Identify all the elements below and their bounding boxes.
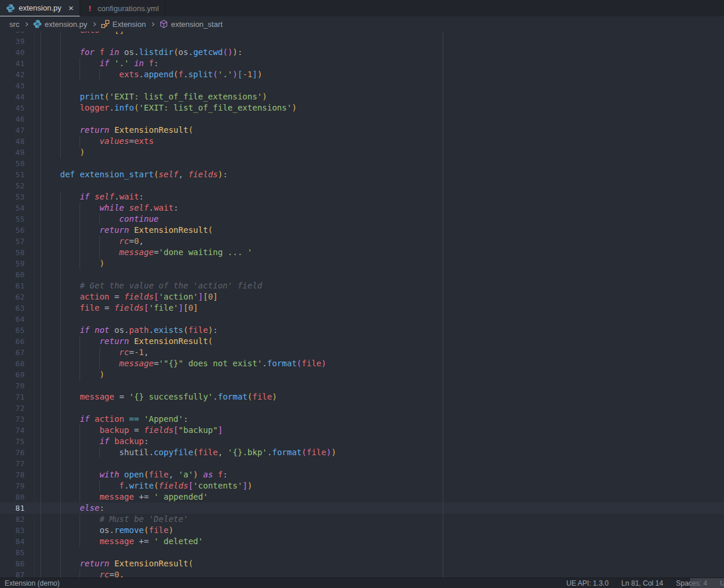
line-number[interactable]: 61 <box>0 280 32 291</box>
line-number[interactable]: 52 <box>0 180 32 191</box>
code-line[interactable]: 67 rc=-1, <box>0 347 724 358</box>
line-number[interactable]: 58 <box>0 247 32 258</box>
code-line[interactable]: 79 f.write(fields['contents']) <box>0 480 724 491</box>
code-line[interactable]: 74 backup = fields["backup"] <box>0 425 724 436</box>
line-number[interactable]: 46 <box>0 114 32 125</box>
code-line[interactable]: 52 <box>0 180 724 191</box>
line-number[interactable]: 63 <box>0 302 32 314</box>
code-editor[interactable]: 38 exts = []3940 for f in os.listdir(os.… <box>0 32 724 577</box>
line-number[interactable]: 78 <box>0 469 32 480</box>
line-number[interactable]: 44 <box>0 91 32 102</box>
code-line[interactable]: 73 if action == 'Append': <box>0 414 724 425</box>
line-number[interactable]: 83 <box>0 525 32 536</box>
close-tab-icon[interactable]: × <box>68 4 74 12</box>
tab-configurations-yml[interactable]: ! configurations.yml <box>80 0 166 16</box>
line-number[interactable]: 84 <box>0 536 32 547</box>
code-line[interactable]: 42 exts.append(f.split('.')[-1]) <box>0 69 724 80</box>
code-line[interactable]: 70 <box>0 380 724 391</box>
code-line[interactable]: 47 return ExtensionResult( <box>0 125 724 136</box>
code-line[interactable]: 54 while self.wait: <box>0 202 724 214</box>
line-number[interactable]: 53 <box>0 191 32 202</box>
line-number[interactable]: 54 <box>0 202 32 214</box>
code-line[interactable]: 61 # Get the value of the 'action' field <box>0 280 724 291</box>
code-line[interactable]: 65 if not os.path.exists(file): <box>0 325 724 336</box>
code-line[interactable]: 53 if self.wait: <box>0 191 724 202</box>
code-line[interactable]: 50 <box>0 158 724 169</box>
line-number[interactable]: 57 <box>0 236 32 247</box>
code-line[interactable]: 84 message += ' deleted' <box>0 536 724 547</box>
line-number[interactable]: 80 <box>0 491 32 503</box>
status-extension-mode[interactable]: Extension (demo) <box>5 579 60 587</box>
code-line[interactable]: 78 with open(file, 'a') as f: <box>0 469 724 480</box>
code-line[interactable]: 71 message = '{} successfully'.format(fi… <box>0 391 724 403</box>
line-number[interactable]: 86 <box>0 558 32 569</box>
line-number[interactable]: 50 <box>0 158 32 169</box>
line-number[interactable]: 79 <box>0 480 32 491</box>
code-line[interactable]: 51 def extension_start(self, fields): <box>0 169 724 180</box>
line-number[interactable]: 47 <box>0 125 32 136</box>
code-line[interactable]: 82 # Must be 'Delete' <box>0 514 724 525</box>
breadcrumb-item-file[interactable]: extension.py <box>33 19 87 29</box>
code-line[interactable]: 75 if backup: <box>0 436 724 447</box>
line-number[interactable]: 49 <box>0 147 32 158</box>
line-number[interactable]: 65 <box>0 325 32 336</box>
code-line[interactable]: 48 values=exts <box>0 136 724 147</box>
code-line[interactable]: 62 action = fields['action'][0] <box>0 291 724 302</box>
code-line[interactable]: 58 message='done waiting ... ' <box>0 247 724 258</box>
breadcrumb-item-src[interactable]: src <box>9 20 19 29</box>
line-number[interactable]: 45 <box>0 102 32 114</box>
line-number[interactable]: 74 <box>0 425 32 436</box>
line-number[interactable]: 73 <box>0 414 32 425</box>
line-number[interactable]: 38 <box>0 32 32 36</box>
code-line[interactable]: 81 else: <box>0 503 724 514</box>
code-line[interactable]: 46 <box>0 114 724 125</box>
code-line[interactable]: 68 message='"{}" does not exist'.format(… <box>0 358 724 369</box>
line-number[interactable]: 39 <box>0 36 32 47</box>
line-number[interactable]: 62 <box>0 291 32 302</box>
status-ue-api-version[interactable]: UE API: 1.3.0 <box>567 579 609 587</box>
line-number[interactable]: 41 <box>0 58 32 69</box>
code-line[interactable]: 56 return ExtensionResult( <box>0 225 724 236</box>
code-line[interactable]: 72 <box>0 403 724 414</box>
line-number[interactable]: 71 <box>0 391 32 403</box>
line-number[interactable]: 59 <box>0 258 32 269</box>
line-number[interactable]: 81 <box>0 503 32 514</box>
line-number[interactable]: 56 <box>0 225 32 236</box>
code-line[interactable]: 44 print('EXIT: list_of_file_extensions'… <box>0 91 724 102</box>
code-line[interactable]: 39 <box>0 36 724 47</box>
code-line[interactable]: 80 message += ' appended' <box>0 491 724 503</box>
code-line[interactable]: 66 return ExtensionResult( <box>0 336 724 347</box>
code-line[interactable]: 63 file = fields['file'][0] <box>0 302 724 314</box>
code-line[interactable]: 45 logger.info('EXIT: list_of_file_exten… <box>0 102 724 114</box>
code-line[interactable]: 69 ) <box>0 369 724 380</box>
code-line[interactable]: 40 for f in os.listdir(os.getcwd()): <box>0 47 724 58</box>
code-line[interactable]: 41 if '.' in f: <box>0 58 724 69</box>
tab-extension-py[interactable]: extension.py × <box>0 0 80 16</box>
line-number[interactable]: 70 <box>0 380 32 391</box>
status-cursor-position[interactable]: Ln 81, Col 14 <box>622 579 663 587</box>
line-number[interactable]: 77 <box>0 458 32 469</box>
line-number[interactable]: 64 <box>0 314 32 325</box>
code-line[interactable]: 60 <box>0 269 724 280</box>
line-number[interactable]: 72 <box>0 403 32 414</box>
breadcrumb-item-class[interactable]: Extension <box>101 19 146 29</box>
code-line[interactable]: 86 return ExtensionResult( <box>0 558 724 569</box>
code-line[interactable]: 85 <box>0 547 724 558</box>
line-number[interactable]: 55 <box>0 214 32 225</box>
line-number[interactable]: 82 <box>0 514 32 525</box>
line-number[interactable]: 67 <box>0 347 32 358</box>
line-number[interactable]: 51 <box>0 169 32 180</box>
line-number[interactable]: 87 <box>0 569 32 577</box>
code-line[interactable]: 87 rc=0, <box>0 569 724 577</box>
line-number[interactable]: 48 <box>0 136 32 147</box>
code-line[interactable]: 38 exts = [] <box>0 32 724 36</box>
code-line[interactable]: 83 os.remove(file) <box>0 525 724 536</box>
code-line[interactable]: 59 ) <box>0 258 724 269</box>
breadcrumb-item-method[interactable]: extension_start <box>159 19 222 29</box>
status-indentation[interactable]: Spaces: 4 <box>676 579 707 587</box>
line-number[interactable]: 76 <box>0 447 32 458</box>
line-number[interactable]: 42 <box>0 69 32 80</box>
code-line[interactable]: 49 ) <box>0 147 724 158</box>
line-number[interactable]: 68 <box>0 358 32 369</box>
line-number[interactable]: 75 <box>0 436 32 447</box>
